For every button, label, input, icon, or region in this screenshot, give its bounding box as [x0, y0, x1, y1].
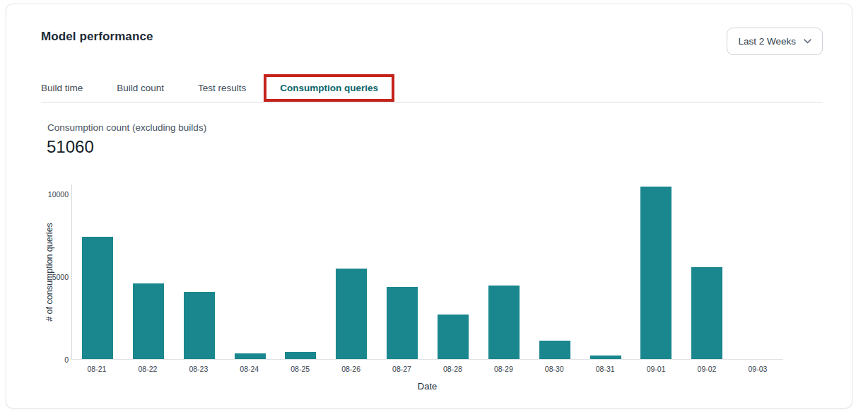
- x-tick-label: 09-03: [732, 365, 783, 373]
- bar-09-02[interactable]: [691, 267, 722, 359]
- bar-slot: [174, 184, 225, 359]
- x-tick-label: 08-21: [71, 365, 122, 373]
- bar-08-27[interactable]: [387, 287, 418, 359]
- time-range-value: Last 2 Weeks: [738, 36, 796, 47]
- x-tick-label: 08-23: [173, 365, 224, 373]
- bar-slot: [580, 184, 631, 359]
- tab-build-time[interactable]: Build time: [41, 83, 83, 93]
- bar-slot: [275, 184, 326, 359]
- bar-08-29[interactable]: [488, 286, 520, 359]
- x-tick-label: 08-30: [529, 365, 580, 373]
- x-axis-ticks: 08-2108-2208-2308-2408-2508-2608-2708-28…: [71, 365, 783, 373]
- metric-value: 51060: [47, 137, 94, 157]
- bar-08-28[interactable]: [438, 315, 469, 359]
- x-axis-title: Date: [71, 381, 783, 392]
- x-tick-label: 08-22: [122, 365, 173, 373]
- time-range-dropdown[interactable]: Last 2 Weeks: [727, 28, 823, 55]
- bar-slot: [377, 184, 428, 359]
- x-tick-label: 08-24: [224, 365, 275, 373]
- plot-area: [71, 184, 783, 360]
- page-title: Model performance: [41, 30, 153, 44]
- chevron-down-icon: [804, 39, 811, 44]
- bar-08-31[interactable]: [590, 356, 621, 359]
- x-tick-label: 09-01: [631, 365, 681, 373]
- bar-08-24[interactable]: [235, 353, 266, 359]
- bar-slot: [631, 184, 681, 359]
- x-tick-label: 08-25: [275, 365, 326, 373]
- tab-bar: Build time Build count Test results Cons…: [41, 73, 394, 102]
- x-tick-label: 09-02: [681, 365, 732, 373]
- metric-label: Consumption count (excluding builds): [47, 122, 206, 133]
- bar-slot: [72, 184, 123, 359]
- model-performance-card: Model performance Last 2 Weeks Build tim…: [6, 4, 852, 409]
- y-axis-ticks: 0500010000: [6, 184, 69, 360]
- bar-slot: [225, 184, 276, 359]
- bar-08-21[interactable]: [82, 237, 113, 359]
- bar-slot: [732, 184, 783, 359]
- bar-slot: [681, 184, 732, 359]
- y-tick-label: 10000: [48, 190, 69, 199]
- bar-08-30[interactable]: [539, 341, 570, 359]
- x-tick-label: 08-29: [478, 365, 529, 373]
- y-tick-label: 5000: [52, 273, 69, 282]
- bar-08-22[interactable]: [133, 283, 164, 359]
- x-tick-label: 08-26: [326, 365, 377, 373]
- y-tick-label: 0: [64, 356, 69, 365]
- annotation-highlight-box: Consumption queries: [264, 74, 394, 102]
- bar-09-01[interactable]: [640, 187, 671, 359]
- bar-slot: [123, 184, 174, 359]
- x-tick-label: 08-31: [580, 365, 631, 373]
- bar-slot: [428, 184, 479, 359]
- tab-test-results[interactable]: Test results: [198, 83, 246, 93]
- bar-slot: [529, 184, 580, 359]
- tab-divider: [41, 102, 823, 102]
- x-tick-label: 08-27: [377, 365, 428, 373]
- x-tick-label: 08-28: [427, 365, 478, 373]
- tab-consumption-queries[interactable]: Consumption queries: [280, 83, 378, 93]
- bar-08-26[interactable]: [336, 269, 367, 359]
- bar-slot: [479, 184, 529, 359]
- bar-08-23[interactable]: [184, 292, 215, 359]
- bar-slot: [326, 184, 377, 359]
- tab-build-count[interactable]: Build count: [117, 83, 164, 93]
- bar-08-25[interactable]: [285, 352, 316, 359]
